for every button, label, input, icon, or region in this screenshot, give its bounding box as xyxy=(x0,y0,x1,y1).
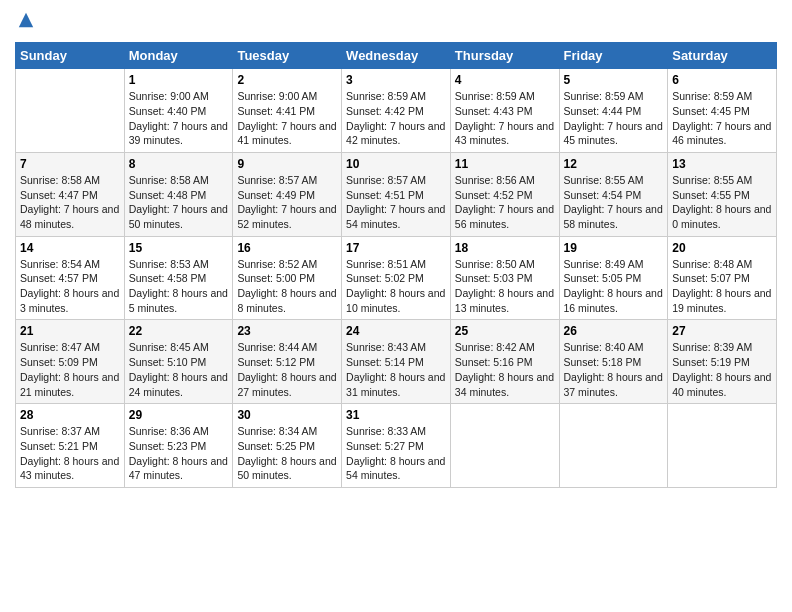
cell-4-2: 22Sunrise: 8:45 AMSunset: 5:10 PMDayligh… xyxy=(124,320,233,404)
day-number: 21 xyxy=(20,324,120,338)
cell-2-4: 10Sunrise: 8:57 AMSunset: 4:51 PMDayligh… xyxy=(342,152,451,236)
day-number: 30 xyxy=(237,408,337,422)
week-row-5: 28Sunrise: 8:37 AMSunset: 5:21 PMDayligh… xyxy=(16,404,777,488)
col-header-tuesday: Tuesday xyxy=(233,43,342,69)
cell-5-4: 31Sunrise: 8:33 AMSunset: 5:27 PMDayligh… xyxy=(342,404,451,488)
col-header-monday: Monday xyxy=(124,43,233,69)
cell-info: Sunrise: 8:37 AMSunset: 5:21 PMDaylight:… xyxy=(20,424,120,483)
cell-1-4: 3Sunrise: 8:59 AMSunset: 4:42 PMDaylight… xyxy=(342,69,451,153)
logo xyxy=(15,10,35,34)
cell-1-2: 1Sunrise: 9:00 AMSunset: 4:40 PMDaylight… xyxy=(124,69,233,153)
cell-info: Sunrise: 8:36 AMSunset: 5:23 PMDaylight:… xyxy=(129,424,229,483)
cell-3-4: 17Sunrise: 8:51 AMSunset: 5:02 PMDayligh… xyxy=(342,236,451,320)
page-container: SundayMondayTuesdayWednesdayThursdayFrid… xyxy=(0,0,792,498)
svg-marker-0 xyxy=(19,13,33,27)
cell-3-6: 19Sunrise: 8:49 AMSunset: 5:05 PMDayligh… xyxy=(559,236,668,320)
day-number: 16 xyxy=(237,241,337,255)
cell-info: Sunrise: 8:39 AMSunset: 5:19 PMDaylight:… xyxy=(672,340,772,399)
cell-info: Sunrise: 8:50 AMSunset: 5:03 PMDaylight:… xyxy=(455,257,555,316)
day-number: 10 xyxy=(346,157,446,171)
calendar-table: SundayMondayTuesdayWednesdayThursdayFrid… xyxy=(15,42,777,488)
cell-info: Sunrise: 8:57 AMSunset: 4:51 PMDaylight:… xyxy=(346,173,446,232)
day-number: 1 xyxy=(129,73,229,87)
cell-info: Sunrise: 9:00 AMSunset: 4:40 PMDaylight:… xyxy=(129,89,229,148)
cell-info: Sunrise: 8:54 AMSunset: 4:57 PMDaylight:… xyxy=(20,257,120,316)
cell-3-2: 15Sunrise: 8:53 AMSunset: 4:58 PMDayligh… xyxy=(124,236,233,320)
day-number: 14 xyxy=(20,241,120,255)
cell-info: Sunrise: 8:52 AMSunset: 5:00 PMDaylight:… xyxy=(237,257,337,316)
week-row-4: 21Sunrise: 8:47 AMSunset: 5:09 PMDayligh… xyxy=(16,320,777,404)
cell-4-7: 27Sunrise: 8:39 AMSunset: 5:19 PMDayligh… xyxy=(668,320,777,404)
day-number: 20 xyxy=(672,241,772,255)
cell-2-5: 11Sunrise: 8:56 AMSunset: 4:52 PMDayligh… xyxy=(450,152,559,236)
day-number: 31 xyxy=(346,408,446,422)
cell-info: Sunrise: 8:58 AMSunset: 4:47 PMDaylight:… xyxy=(20,173,120,232)
cell-info: Sunrise: 8:47 AMSunset: 5:09 PMDaylight:… xyxy=(20,340,120,399)
cell-5-7 xyxy=(668,404,777,488)
day-number: 19 xyxy=(564,241,664,255)
cell-2-2: 8Sunrise: 8:58 AMSunset: 4:48 PMDaylight… xyxy=(124,152,233,236)
cell-info: Sunrise: 8:56 AMSunset: 4:52 PMDaylight:… xyxy=(455,173,555,232)
cell-info: Sunrise: 8:40 AMSunset: 5:18 PMDaylight:… xyxy=(564,340,664,399)
day-number: 26 xyxy=(564,324,664,338)
cell-2-1: 7Sunrise: 8:58 AMSunset: 4:47 PMDaylight… xyxy=(16,152,125,236)
week-row-3: 14Sunrise: 8:54 AMSunset: 4:57 PMDayligh… xyxy=(16,236,777,320)
header-row: SundayMondayTuesdayWednesdayThursdayFrid… xyxy=(16,43,777,69)
week-row-2: 7Sunrise: 8:58 AMSunset: 4:47 PMDaylight… xyxy=(16,152,777,236)
cell-1-7: 6Sunrise: 8:59 AMSunset: 4:45 PMDaylight… xyxy=(668,69,777,153)
cell-4-3: 23Sunrise: 8:44 AMSunset: 5:12 PMDayligh… xyxy=(233,320,342,404)
day-number: 17 xyxy=(346,241,446,255)
cell-info: Sunrise: 8:44 AMSunset: 5:12 PMDaylight:… xyxy=(237,340,337,399)
cell-2-7: 13Sunrise: 8:55 AMSunset: 4:55 PMDayligh… xyxy=(668,152,777,236)
cell-info: Sunrise: 8:53 AMSunset: 4:58 PMDaylight:… xyxy=(129,257,229,316)
day-number: 23 xyxy=(237,324,337,338)
cell-2-6: 12Sunrise: 8:55 AMSunset: 4:54 PMDayligh… xyxy=(559,152,668,236)
day-number: 13 xyxy=(672,157,772,171)
cell-info: Sunrise: 8:48 AMSunset: 5:07 PMDaylight:… xyxy=(672,257,772,316)
cell-info: Sunrise: 8:57 AMSunset: 4:49 PMDaylight:… xyxy=(237,173,337,232)
col-header-friday: Friday xyxy=(559,43,668,69)
cell-5-1: 28Sunrise: 8:37 AMSunset: 5:21 PMDayligh… xyxy=(16,404,125,488)
cell-4-1: 21Sunrise: 8:47 AMSunset: 5:09 PMDayligh… xyxy=(16,320,125,404)
day-number: 11 xyxy=(455,157,555,171)
day-number: 7 xyxy=(20,157,120,171)
day-number: 8 xyxy=(129,157,229,171)
day-number: 3 xyxy=(346,73,446,87)
cell-1-5: 4Sunrise: 8:59 AMSunset: 4:43 PMDaylight… xyxy=(450,69,559,153)
cell-info: Sunrise: 8:55 AMSunset: 4:54 PMDaylight:… xyxy=(564,173,664,232)
cell-4-6: 26Sunrise: 8:40 AMSunset: 5:18 PMDayligh… xyxy=(559,320,668,404)
day-number: 25 xyxy=(455,324,555,338)
cell-info: Sunrise: 8:58 AMSunset: 4:48 PMDaylight:… xyxy=(129,173,229,232)
cell-3-3: 16Sunrise: 8:52 AMSunset: 5:00 PMDayligh… xyxy=(233,236,342,320)
cell-info: Sunrise: 8:42 AMSunset: 5:16 PMDaylight:… xyxy=(455,340,555,399)
cell-info: Sunrise: 8:45 AMSunset: 5:10 PMDaylight:… xyxy=(129,340,229,399)
cell-5-2: 29Sunrise: 8:36 AMSunset: 5:23 PMDayligh… xyxy=(124,404,233,488)
cell-info: Sunrise: 8:55 AMSunset: 4:55 PMDaylight:… xyxy=(672,173,772,232)
cell-1-1 xyxy=(16,69,125,153)
cell-2-3: 9Sunrise: 8:57 AMSunset: 4:49 PMDaylight… xyxy=(233,152,342,236)
cell-4-4: 24Sunrise: 8:43 AMSunset: 5:14 PMDayligh… xyxy=(342,320,451,404)
cell-info: Sunrise: 9:00 AMSunset: 4:41 PMDaylight:… xyxy=(237,89,337,148)
cell-3-7: 20Sunrise: 8:48 AMSunset: 5:07 PMDayligh… xyxy=(668,236,777,320)
cell-4-5: 25Sunrise: 8:42 AMSunset: 5:16 PMDayligh… xyxy=(450,320,559,404)
day-number: 9 xyxy=(237,157,337,171)
col-header-thursday: Thursday xyxy=(450,43,559,69)
day-number: 2 xyxy=(237,73,337,87)
day-number: 18 xyxy=(455,241,555,255)
day-number: 4 xyxy=(455,73,555,87)
cell-info: Sunrise: 8:33 AMSunset: 5:27 PMDaylight:… xyxy=(346,424,446,483)
cell-info: Sunrise: 8:59 AMSunset: 4:42 PMDaylight:… xyxy=(346,89,446,148)
col-header-wednesday: Wednesday xyxy=(342,43,451,69)
day-number: 5 xyxy=(564,73,664,87)
day-number: 27 xyxy=(672,324,772,338)
cell-info: Sunrise: 8:34 AMSunset: 5:25 PMDaylight:… xyxy=(237,424,337,483)
day-number: 6 xyxy=(672,73,772,87)
day-number: 29 xyxy=(129,408,229,422)
cell-info: Sunrise: 8:59 AMSunset: 4:45 PMDaylight:… xyxy=(672,89,772,148)
cell-info: Sunrise: 8:59 AMSunset: 4:44 PMDaylight:… xyxy=(564,89,664,148)
cell-info: Sunrise: 8:43 AMSunset: 5:14 PMDaylight:… xyxy=(346,340,446,399)
col-header-saturday: Saturday xyxy=(668,43,777,69)
logo-text xyxy=(15,10,35,34)
cell-info: Sunrise: 8:51 AMSunset: 5:02 PMDaylight:… xyxy=(346,257,446,316)
cell-1-6: 5Sunrise: 8:59 AMSunset: 4:44 PMDaylight… xyxy=(559,69,668,153)
